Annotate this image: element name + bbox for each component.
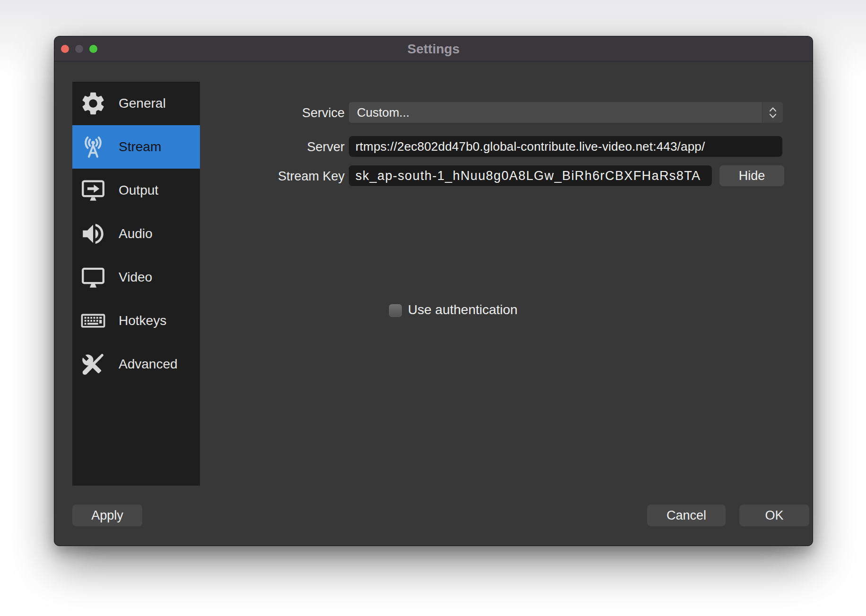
audio-icon — [77, 220, 109, 248]
sidebar-label-advanced: Advanced — [119, 357, 178, 372]
use-authentication-label[interactable]: Use authentication — [408, 302, 518, 317]
sidebar-item-stream[interactable]: Stream — [72, 125, 200, 169]
dropdown-stepper-icon — [762, 102, 783, 123]
sidebar-item-general[interactable]: General — [72, 82, 200, 125]
service-label: Service — [231, 106, 345, 120]
apply-button[interactable]: Apply — [72, 505, 142, 526]
server-label: Server — [231, 140, 345, 154]
sidebar-label-output: Output — [119, 183, 158, 198]
sidebar-item-advanced[interactable]: Advanced — [72, 342, 200, 386]
service-dropdown[interactable]: Custom... — [349, 102, 783, 123]
sidebar-label-hotkeys: Hotkeys — [119, 313, 166, 328]
tools-icon — [77, 350, 109, 378]
sidebar-label-audio: Audio — [119, 226, 153, 241]
sidebar-item-output[interactable]: Output — [72, 169, 200, 212]
sidebar-label-general: General — [119, 96, 166, 111]
use-authentication-checkbox[interactable] — [389, 304, 402, 317]
stream-key-label: Stream Key — [231, 169, 345, 184]
stream-key-input[interactable] — [349, 165, 712, 186]
broadcast-icon — [77, 133, 109, 161]
output-icon — [77, 176, 109, 205]
video-icon — [77, 263, 109, 291]
gear-icon — [77, 89, 109, 118]
settings-window: Settings General S — [54, 36, 813, 546]
server-input[interactable] — [349, 136, 782, 157]
service-dropdown-value: Custom... — [349, 105, 762, 120]
sidebar-item-audio[interactable]: Audio — [72, 212, 200, 256]
keyboard-icon — [77, 307, 109, 335]
sidebar-label-stream: Stream — [119, 139, 161, 154]
ok-button[interactable]: OK — [739, 505, 809, 526]
sidebar-label-video: Video — [119, 270, 152, 285]
hide-stream-key-button[interactable]: Hide — [719, 165, 784, 186]
window-title: Settings — [54, 36, 813, 61]
settings-sidebar: General Stream — [72, 82, 200, 486]
titlebar: Settings — [54, 36, 813, 61]
cancel-button[interactable]: Cancel — [647, 505, 726, 526]
sidebar-item-hotkeys[interactable]: Hotkeys — [72, 299, 200, 342]
sidebar-item-video[interactable]: Video — [72, 256, 200, 299]
